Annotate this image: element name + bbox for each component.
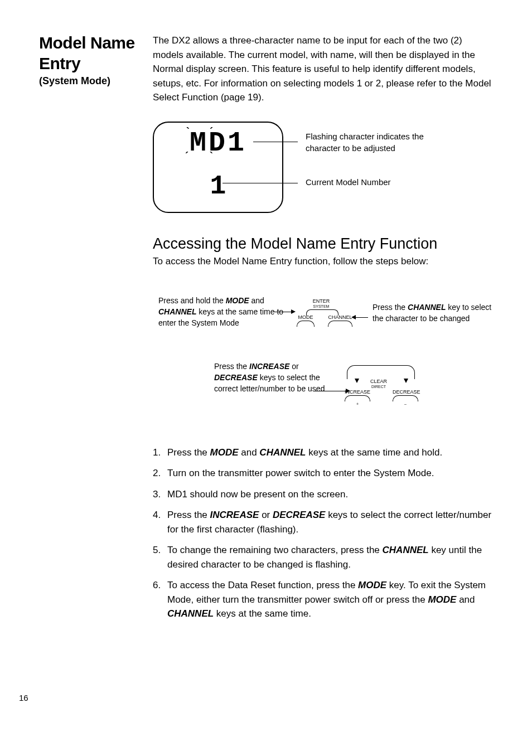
- callout-model: Current Model Number: [306, 176, 434, 188]
- step-5: 5. To change the remaining two character…: [153, 543, 493, 571]
- leader-line: [253, 142, 298, 142]
- page: Model Name Entry (System Mode) The DX2 a…: [0, 0, 532, 756]
- step-2: 2. Turn on the transmitter power switch …: [153, 466, 493, 481]
- main-content: The DX2 allows a three-character name to…: [153, 33, 493, 628]
- label-direct: DIRECT: [365, 385, 393, 389]
- channel-key: CHANNEL: [328, 315, 352, 327]
- lcd-name-text: MD1: [154, 129, 282, 157]
- step-6: 6. To access the Data Reset function, pr…: [153, 578, 493, 621]
- title-line-1: Model Name: [39, 33, 139, 53]
- step-3: 3. MD1 should now be present on the scre…: [153, 487, 493, 502]
- lcd-screen: ` ´ ´ ` MD1 1: [153, 122, 283, 213]
- diagram-left-note: Press and hold the MODE and CHANNEL keys…: [158, 295, 287, 329]
- bracket-icon: [347, 365, 415, 379]
- label-system: SYSTEM: [307, 304, 335, 308]
- label-enter: ENTER: [307, 298, 335, 304]
- step-4: 4. Press the INCREASE or DECREASE keys t…: [153, 508, 493, 536]
- section-sub: To access the Model Name Entry function,…: [153, 256, 493, 267]
- label-clear: CLEAR: [365, 379, 393, 384]
- page-number: 16: [19, 693, 28, 702]
- diagram-right-note: Press the CHANNEL key to select the char…: [373, 302, 501, 324]
- decrease-key: DECREASE –: [393, 390, 418, 406]
- diagram: Press and hold the MODE and CHANNEL keys…: [153, 295, 493, 429]
- sidebar-heading: Model Name Entry (System Mode): [39, 33, 139, 628]
- title-subtitle: (System Mode): [39, 75, 139, 87]
- mode-key: MODE: [297, 315, 315, 327]
- callout-flash: Flashing character indicates the charact…: [306, 130, 434, 154]
- diagram-center-note: Press the INCREASE or DECREASE keys to s…: [214, 361, 337, 395]
- intro-paragraph: The DX2 allows a three-character name to…: [153, 33, 493, 105]
- lcd-model-number: 1: [154, 173, 282, 200]
- leader-line: [223, 183, 298, 183]
- section-heading: Accessing the Model Name Entry Function: [153, 235, 493, 253]
- step-1: 1. Press the MODE and CHANNEL keys at th…: [153, 445, 493, 460]
- steps-list: 1. Press the MODE and CHANNEL keys at th…: [153, 445, 493, 621]
- increase-key: INCREASE +: [345, 390, 370, 406]
- title-line-2: Entry: [39, 54, 139, 74]
